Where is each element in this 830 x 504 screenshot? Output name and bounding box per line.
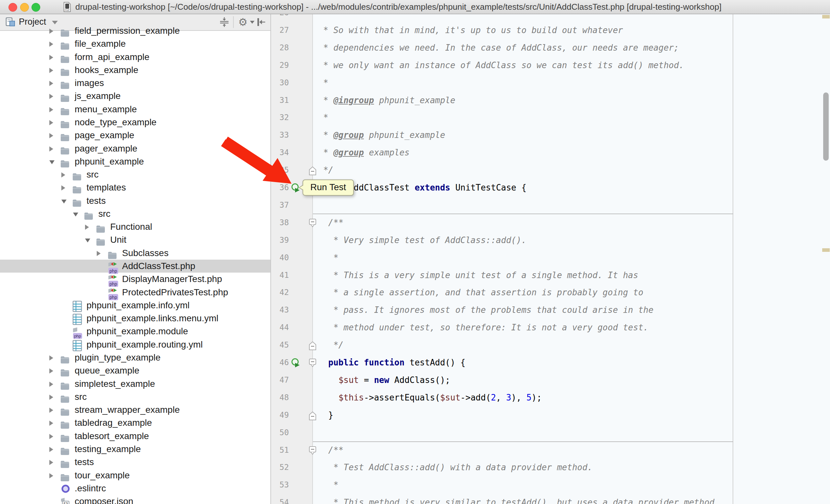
code-line-29[interactable]: 29 * we only want an instance of AddClas… — [270, 57, 830, 74]
chevron-collapsed-icon[interactable] — [49, 356, 53, 361]
chevron-collapsed-icon[interactable] — [49, 382, 53, 387]
chevron-collapsed-icon[interactable] — [49, 408, 53, 413]
code-line-30[interactable]: 30 * — [270, 74, 830, 92]
tree-item-templates[interactable]: templates — [0, 181, 270, 194]
chevron-collapsed-icon[interactable] — [49, 94, 53, 99]
fold-end-icon[interactable] — [308, 410, 317, 420]
code-line-52[interactable]: 52 * Test AddClass::add() with a data pr… — [270, 459, 830, 476]
tree-item-tour-example[interactable]: tour_example — [0, 469, 270, 482]
tree-item-simpletest-example[interactable]: simpletest_example — [0, 377, 270, 391]
code-line-34[interactable]: 34 * @group examples — [270, 144, 830, 161]
error-stripe-mark[interactable] — [822, 15, 830, 19]
tree-item-menu-example[interactable]: menu_example — [0, 103, 270, 116]
code-line-39[interactable]: 39 * Very simple test of AddClass::add()… — [270, 231, 830, 249]
minimize-window-icon[interactable] — [20, 3, 29, 12]
tree-item-phpunit-example-module[interactable]: phpphpunit_example.module — [0, 325, 270, 338]
tree-item-testing-example[interactable]: testing_example — [0, 443, 270, 456]
code-line-50[interactable]: 50 — [270, 424, 830, 441]
tree-item-stream-wrapper-example[interactable]: stream_wrapper_example — [0, 403, 270, 416]
chevron-collapsed-icon[interactable] — [61, 172, 65, 177]
code-line-32[interactable]: 32 * — [270, 109, 830, 126]
code-line-27[interactable]: 27 * So with that in mind, it's up to us… — [270, 22, 830, 39]
chevron-collapsed-icon[interactable] — [49, 29, 53, 34]
tree-item-field-permission-example[interactable]: field_permission_example — [0, 24, 270, 37]
chevron-collapsed-icon[interactable] — [49, 434, 53, 439]
tree-item-src[interactable]: src — [0, 391, 270, 403]
tree-item--eslintrc[interactable]: .eslintrc — [0, 482, 270, 495]
code-line-26[interactable]: 26 — [270, 13, 830, 22]
tree-item-node-type-example[interactable]: node_type_example — [0, 116, 270, 129]
zoom-window-icon[interactable] — [31, 3, 40, 12]
chevron-collapsed-icon[interactable] — [49, 146, 53, 152]
tree-item-src[interactable]: src — [0, 207, 270, 221]
tree-item-phpunit-example[interactable]: phpunit_example — [0, 155, 270, 168]
chevron-expanded-icon[interactable] — [73, 212, 78, 216]
chevron-collapsed-icon[interactable] — [49, 133, 53, 138]
code-line-31[interactable]: 31 * @ingroup phpunit_example — [270, 92, 830, 109]
code-line-35[interactable]: 35 */ — [270, 161, 830, 179]
code-line-37[interactable]: 37 — [270, 196, 830, 214]
code-line-51[interactable]: 51 /** — [270, 441, 830, 459]
chevron-collapsed-icon[interactable] — [49, 81, 53, 86]
tree-item-queue-example[interactable]: queue_example — [0, 364, 270, 377]
code-line-48[interactable]: 48 $this->assertEquals($sut->add(2, 3), … — [270, 389, 830, 406]
code-line-54[interactable]: 54 * This method is very similar to test… — [270, 494, 830, 504]
tree-item-phpunit-example-info-yml[interactable]: phpunit_example.info.yml — [0, 299, 270, 312]
code-line-53[interactable]: 53 * — [270, 476, 830, 494]
code-line-47[interactable]: 47 $sut = new AddClass(); — [270, 371, 830, 389]
tree-item-functional[interactable]: Functional — [0, 221, 270, 233]
code-line-49[interactable]: 49 } — [270, 406, 830, 424]
tree-item-phpunit-example-routing-yml[interactable]: phpunit_example.routing.yml — [0, 338, 270, 351]
chevron-collapsed-icon[interactable] — [97, 251, 101, 256]
chevron-collapsed-icon[interactable] — [85, 225, 89, 230]
error-stripe-mark[interactable] — [822, 248, 830, 252]
tree-item-pager-example[interactable]: pager_example — [0, 142, 270, 155]
chevron-expanded-icon[interactable] — [49, 160, 55, 164]
run-test-icon[interactable] — [291, 358, 300, 368]
tree-item-protectedprivatestest-php[interactable]: phpProtectedPrivatesTest.php — [0, 286, 270, 299]
tree-item-form-api-example[interactable]: form_api_example — [0, 51, 270, 64]
tree-item-plugin-type-example[interactable]: plugin_type_example — [0, 351, 270, 364]
code-line-43[interactable]: 43 * pass. It ignores most of the proble… — [270, 301, 830, 319]
tree-item-unit[interactable]: Unit — [0, 233, 270, 246]
code-line-44[interactable]: 44 * method under test, so therefore: It… — [270, 319, 830, 336]
tree-item-addclasstest-php[interactable]: phpAddClassTest.php — [0, 260, 270, 273]
tree-item-subclasses[interactable]: Subclasses — [0, 247, 270, 260]
fold-start-icon[interactable] — [308, 445, 317, 455]
chevron-expanded-icon[interactable] — [61, 200, 67, 203]
chevron-collapsed-icon[interactable] — [49, 395, 53, 400]
fold-start-icon[interactable] — [308, 358, 317, 368]
code-line-46[interactable]: 46 public function testAdd() { — [270, 354, 830, 371]
tree-item-tablesort-example[interactable]: tablesort_example — [0, 430, 270, 443]
tree-item-composer-json[interactable]: {}composer.json — [0, 495, 270, 504]
tree-item-displaymanagertest-php[interactable]: phpDisplayManagerTest.php — [0, 273, 270, 285]
tree-item-src[interactable]: src — [0, 168, 270, 181]
editor[interactable]: 2627 * So with that in mind, it's up to … — [270, 13, 830, 504]
chevron-collapsed-icon[interactable] — [49, 41, 53, 47]
chevron-collapsed-icon[interactable] — [49, 368, 53, 373]
tree-item-phpunit-example-links-menu-yml[interactable]: phpunit_example.links.menu.yml — [0, 312, 270, 325]
tree-item-page-example[interactable]: page_example — [0, 129, 270, 142]
chevron-down-icon[interactable] — [52, 21, 58, 24]
tree-item-hooks-example[interactable]: hooks_example — [0, 64, 270, 76]
tree-item-tabledrag-example[interactable]: tabledrag_example — [0, 416, 270, 429]
tree-item-images[interactable]: images — [0, 76, 270, 90]
scrollbar-thumb[interactable] — [823, 93, 829, 161]
close-window-icon[interactable] — [8, 3, 17, 12]
tree-item-file-example[interactable]: file_example — [0, 37, 270, 50]
chevron-collapsed-icon[interactable] — [61, 185, 65, 191]
chevron-collapsed-icon[interactable] — [49, 421, 53, 426]
chevron-expanded-icon[interactable] — [85, 238, 90, 242]
code-line-42[interactable]: 42 * a single assertion, and that assert… — [270, 283, 830, 301]
chevron-collapsed-icon[interactable] — [49, 68, 53, 73]
code-line-41[interactable]: 41 * This is a very simple unit test of … — [270, 266, 830, 284]
fold-start-icon[interactable] — [308, 218, 317, 228]
code-line-38[interactable]: 38 /** — [270, 214, 830, 231]
code-line-28[interactable]: 28 * dependencies we need. In the case o… — [270, 39, 830, 57]
code-line-40[interactable]: 40 * — [270, 249, 830, 266]
chevron-collapsed-icon[interactable] — [49, 120, 53, 125]
chevron-collapsed-icon[interactable] — [49, 473, 53, 478]
code-line-36[interactable]: 36class AddClassTest extends UnitTestCas… — [270, 179, 830, 196]
chevron-collapsed-icon[interactable] — [49, 460, 53, 465]
tree-item-tests[interactable]: tests — [0, 456, 270, 469]
